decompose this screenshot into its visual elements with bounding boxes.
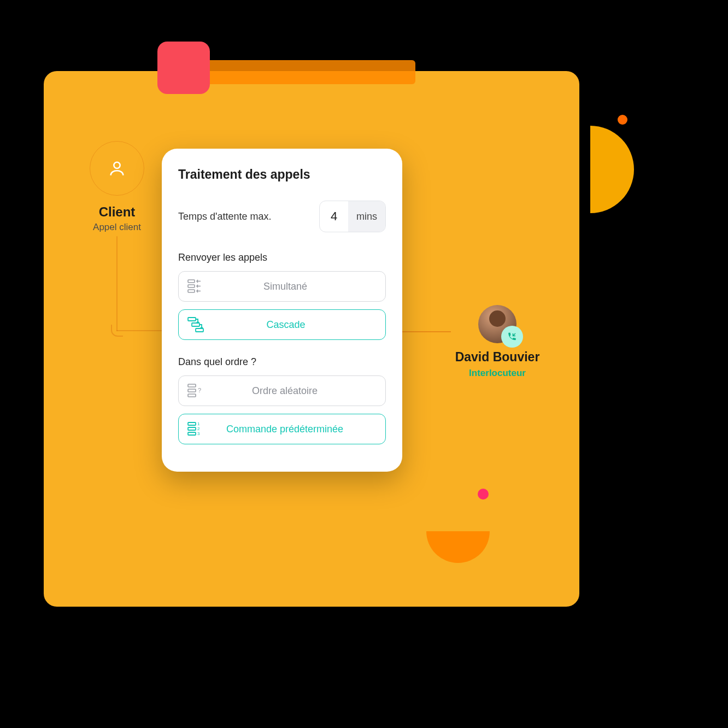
option-simultaneous-label: Simultané bbox=[194, 281, 377, 292]
option-predetermined-order[interactable]: 1 2 3 Commande prédéterminée bbox=[178, 414, 386, 444]
max-wait-row: Temps d'attente max. 4 mins bbox=[178, 201, 386, 232]
option-random-order-label: Ordre aléatoire bbox=[193, 385, 377, 397]
call-handling-card: Traitement des appels Temps d'attente ma… bbox=[162, 149, 402, 472]
decorative-dot-top-right bbox=[618, 115, 627, 125]
option-simultaneous[interactable]: Simultané bbox=[178, 271, 386, 302]
order-group: Dans quel ordre ? ? Ordre aléatoire 1 2 … bbox=[178, 356, 386, 444]
client-subtitle: Appel client bbox=[68, 222, 166, 233]
max-wait-unit: mins bbox=[348, 201, 385, 232]
max-wait-label: Temps d'attente max. bbox=[178, 211, 272, 222]
contact-role: Interlocuteur bbox=[437, 368, 557, 379]
forward-group: Renvoyer les appels Simultané Cascade bbox=[178, 252, 386, 340]
contact-name: David Bouvier bbox=[437, 350, 557, 365]
decorative-bar bbox=[175, 60, 415, 84]
decorative-dot-bottom bbox=[478, 489, 489, 500]
option-predetermined-order-label: Commande prédéterminée bbox=[193, 424, 377, 435]
order-label: Dans quel ordre ? bbox=[178, 356, 386, 368]
svg-point-0 bbox=[114, 162, 120, 168]
option-cascade[interactable]: Cascade bbox=[178, 309, 386, 340]
max-wait-value[interactable]: 4 bbox=[320, 201, 348, 232]
client-avatar-circle bbox=[90, 141, 144, 196]
contact-avatar bbox=[478, 305, 516, 343]
svg-rect-4 bbox=[188, 318, 196, 321]
phone-incoming-icon bbox=[507, 332, 517, 342]
client-node: Client Appel client bbox=[68, 141, 166, 233]
contact-node: David Bouvier Interlocuteur bbox=[437, 305, 557, 379]
option-random-order[interactable]: ? Ordre aléatoire bbox=[178, 375, 386, 406]
decorative-square bbox=[157, 42, 210, 94]
card-title: Traitement des appels bbox=[178, 167, 386, 182]
user-icon bbox=[108, 159, 126, 178]
max-wait-field[interactable]: 4 mins bbox=[319, 201, 386, 232]
client-title: Client bbox=[68, 204, 166, 220]
option-cascade-label: Cascade bbox=[195, 319, 377, 331]
forward-label: Renvoyer les appels bbox=[178, 252, 386, 263]
incoming-call-badge bbox=[501, 326, 523, 348]
connector-vertical bbox=[116, 236, 118, 331]
